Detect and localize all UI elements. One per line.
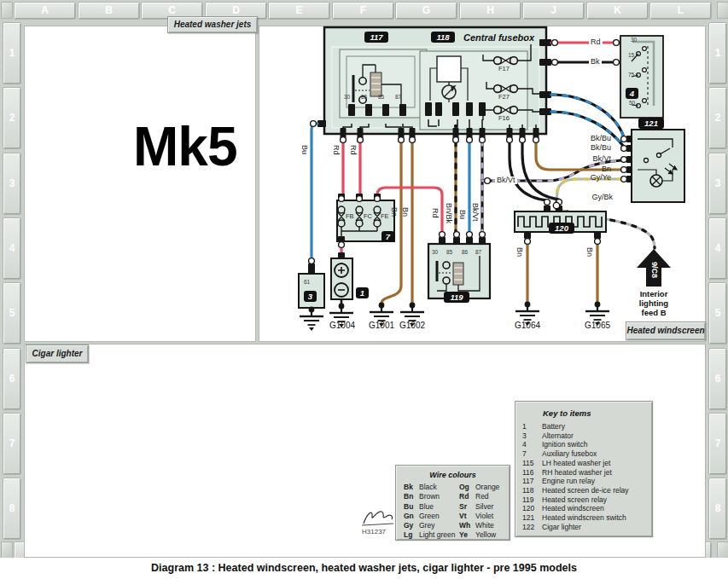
terminal-label: 50: [629, 100, 635, 106]
wire-label: Rd: [589, 38, 603, 46]
terminal-label: 86: [462, 249, 468, 255]
key-item: 1Battery: [522, 422, 652, 431]
component-badge-7: 7: [381, 231, 394, 242]
signature-scribble: [362, 512, 393, 525]
fuse-label: F17: [498, 66, 510, 72]
wire-label: Bk/Vt: [495, 177, 517, 184]
key-item: 118Heated screen de-ice relay: [522, 486, 652, 495]
component-badge-118: 118: [431, 32, 455, 43]
wire-label: Bk/Bu: [567, 144, 611, 152]
feed-arrow-caption: Interior: [620, 289, 688, 298]
key-item: 115LH heated washer jet: [522, 459, 652, 468]
heated-windscreen-switch: [626, 130, 684, 202]
central-fusebox-title: Central fusebox: [463, 32, 534, 43]
terminal-label: 30: [432, 249, 438, 255]
terminal-label: 87: [475, 249, 481, 255]
key-item: 7Auxiliary fusebox: [522, 449, 652, 459]
wire-label: Rd: [349, 145, 357, 155]
wire-colours-box: Wire colours BkBlackOgOrange BnBrownRdRe…: [395, 465, 510, 541]
terminal-label: 87: [395, 94, 401, 100]
wire-label: Bk/Bu: [567, 135, 611, 142]
terminal-label: 61: [304, 279, 310, 285]
ignition-switch: [620, 36, 663, 118]
component-badge-3: 3: [304, 291, 317, 302]
diagram-caption: Diagram 13 : Heated windscreen, heated w…: [0, 558, 728, 579]
wire-label: Bk: [589, 58, 602, 66]
key-item: 119Heated screen relay: [522, 495, 652, 505]
wire-label: Bk/Vt: [567, 155, 611, 163]
component-badge-117: 117: [364, 32, 388, 43]
relay-119: [428, 237, 490, 298]
key-to-items-title: Key to items: [515, 402, 652, 422]
key-item: 3Alternator: [522, 431, 652, 441]
terminal-label: 15: [628, 52, 634, 58]
terminal-label: 86: [361, 94, 367, 100]
key-item: 122Cigar lighter: [522, 523, 652, 532]
component-badge-1: 1: [356, 287, 369, 298]
fuse-label: FC: [364, 213, 372, 220]
component-badge-121: 121: [638, 118, 664, 129]
terminal-label: 85: [446, 249, 452, 255]
ground-label: G1065: [579, 321, 616, 330]
ground-label: G1064: [509, 321, 546, 330]
key-item: 4Ignition switch: [522, 440, 652, 449]
fuse-label: FE: [381, 213, 389, 220]
key-item: 116RH heated washer jet: [522, 468, 652, 478]
wire-label: Gy/Ye: [567, 174, 611, 182]
key-to-items-box: Key to items 1Battery 3Alternator 4Ignit…: [515, 401, 653, 537]
terminal-label: 75: [628, 72, 634, 78]
terminal-label: 30: [344, 94, 350, 100]
section-label-heated-washer-jets[interactable]: Heated washer jets: [167, 16, 258, 33]
wire-label: Bn/Bk: [445, 203, 452, 223]
ground-label: G1004: [323, 321, 361, 330]
wire-label: Bu: [300, 145, 308, 154]
section-label-heated-windscreen[interactable]: Heated windscreen: [626, 321, 706, 340]
fuse-label: F16: [498, 115, 510, 122]
battery: [331, 252, 352, 299]
component-badge-4: 4: [626, 88, 638, 99]
fuse-label: F27: [498, 94, 510, 101]
feed-arrow-caption: feed B: [620, 308, 688, 317]
wire-label: Bn: [567, 165, 611, 173]
feed-arrow-caption: lighting: [620, 298, 688, 308]
wire-label: Bu: [458, 210, 466, 219]
fuse-label: FB: [346, 213, 354, 220]
component-badge-119: 119: [444, 292, 469, 303]
wire-colours-table: BkBlackOgOrange BnBrownRdRed BuBlueSrSil…: [404, 483, 510, 541]
wire-label: Gy/Bk: [568, 194, 613, 201]
central-fusebox: [317, 27, 551, 138]
wire-label: Bn: [401, 207, 409, 217]
wire-label: Bn: [585, 247, 593, 257]
wire-label: Bn: [515, 247, 523, 257]
key-item: 120Heated windscreen: [522, 504, 652, 513]
diagram-viewer: A B C D E F G H J K L A B C D E F G H J …: [0, 0, 728, 579]
component-badge-120: 120: [549, 223, 574, 234]
ground-label: G1002: [393, 321, 431, 330]
terminal-label: 30: [631, 37, 637, 43]
wire-colours-title: Wire colours: [396, 466, 510, 479]
key-item: 117Engine run relay: [522, 477, 652, 486]
wire-label: Bn: [390, 207, 398, 217]
terminal-label: 85: [378, 94, 384, 100]
wire-label: Rd: [332, 145, 340, 155]
feed-arrow-code: 9/C8: [650, 262, 658, 278]
signature-number: H31237: [362, 529, 386, 536]
wire-label: Bk/Vt: [471, 203, 479, 222]
key-item: 121Heated windscreen switch: [522, 513, 652, 523]
wire-label: Rd: [431, 208, 439, 218]
section-label-cigar-lighter[interactable]: Cigar lighter: [26, 345, 89, 363]
